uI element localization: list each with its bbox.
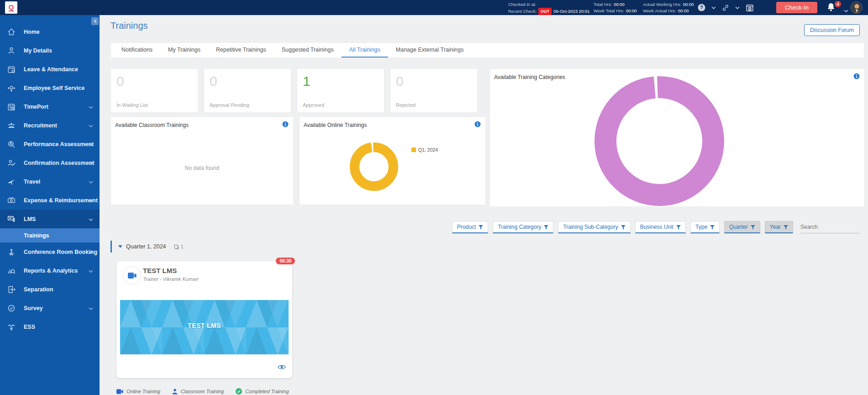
notifications-bell[interactable]: 4	[826, 2, 838, 13]
trainings-tabs: Notifications My Trainings Repetitive Tr…	[110, 42, 864, 58]
training-title: TEST LMS	[143, 267, 177, 274]
sidebar-item-conference-room-booking[interactable]: Conference Room Booking	[0, 242, 100, 261]
available-classroom-trainings-panel: Available Classroom Trainings No data fo…	[110, 116, 294, 205]
training-card[interactable]: 00:30 TEST LMS Trainer - Vikramk Kumarr	[116, 261, 292, 378]
filter-business-unit-button[interactable]: Business Unit	[635, 221, 686, 233]
week-total-hrs-value: 00:00	[626, 8, 637, 14]
sidebar-subitem-label: Trainings	[24, 232, 49, 239]
tab-all-trainings[interactable]: All Trainings	[342, 43, 388, 58]
app-logo[interactable]: Q	[5, 1, 17, 14]
discussion-forum-button[interactable]: Discussion Forum	[804, 24, 860, 36]
tab-notifications[interactable]: Notifications	[114, 43, 160, 58]
total-hrs-value: 00:00	[614, 1, 625, 8]
filter-product-button[interactable]: Product	[452, 221, 488, 233]
sidebar-item-employee-self-service[interactable]: Employee Self Service	[0, 79, 100, 97]
sidebar-item-label: Reports & Analytics	[24, 268, 78, 274]
group-title: Quarter 1, 2024	[126, 243, 166, 250]
sidebar-item-expense-reimbursement[interactable]: Expense & Reimbursement	[0, 191, 100, 210]
tab-my-trainings[interactable]: My Trainings	[160, 43, 208, 58]
profile-chevron-down-icon[interactable]	[844, 6, 848, 14]
total-hours-block: Total Hrs: 00:00 Week Total Hrs: 00:00	[594, 1, 637, 14]
sidebar-item-label: Separation	[24, 286, 53, 293]
legend-label: Completed Training	[245, 389, 289, 394]
chevron-down-icon	[89, 179, 93, 185]
sidebar-item-travel[interactable]: Travel	[0, 172, 100, 191]
group-count-value: 1	[181, 244, 184, 249]
attendance-calendar-icon[interactable]	[746, 4, 754, 12]
sidebar-item-home[interactable]: Home	[0, 22, 100, 41]
chevron-down-icon[interactable]	[735, 6, 740, 9]
check-circle-icon	[7, 304, 16, 313]
sidebar-item-survey[interactable]: Survey	[0, 299, 100, 317]
funnel-icon	[544, 225, 548, 229]
sidebar-item-reports-analytics[interactable]: Reports & Analytics	[0, 261, 100, 280]
sidebar-item-confirmation-assessment[interactable]: Confirmation Assessment	[0, 153, 100, 172]
info-icon[interactable]	[282, 121, 289, 129]
stat-value: 0	[116, 74, 192, 89]
sidebar-item-lms[interactable]: LMS	[0, 210, 100, 228]
panel-title: Available Classroom Trainings	[115, 122, 189, 128]
sidebar-item-separation[interactable]: Separation	[0, 280, 100, 299]
training-type-legend: Online Training Classroom Training Compl…	[116, 388, 289, 395]
legend-label: Online Training	[126, 389, 160, 394]
presenter-board-icon	[7, 215, 16, 224]
search-input[interactable]	[800, 224, 868, 230]
no-data-text: No data found	[111, 165, 293, 171]
filter-quarter-button[interactable]: Quarter	[724, 221, 760, 233]
stat-label: Approved	[303, 102, 324, 108]
check-in-button[interactable]: Check-In	[776, 2, 817, 13]
help-icon[interactable]: ?	[698, 4, 705, 11]
quarter-group-accordion[interactable]: Quarter 1, 2024 1	[110, 241, 184, 253]
filter-training-sub-category-button[interactable]: Training Sub-Category	[558, 221, 630, 233]
funnel-icon	[751, 225, 755, 229]
tab-repetitive-trainings[interactable]: Repetitive Trainings	[208, 43, 274, 58]
chevron-down-icon	[89, 305, 93, 311]
panel-title: Available Online Trainings	[304, 122, 367, 128]
sidebar-item-label: TimePort	[24, 104, 48, 110]
training-thumbnail[interactable]: TEST LMS	[120, 300, 289, 354]
app-logo-letter: Q	[9, 4, 14, 11]
filter-training-category-button[interactable]: Training Category	[493, 221, 553, 233]
sidebar-item-ess[interactable]: ESS	[0, 317, 100, 336]
user-avatar[interactable]	[850, 1, 863, 14]
sidebar-item-performance-assessment[interactable]: Performance Assessment	[0, 135, 100, 153]
filter-row: Product Training Category Training Sub-C…	[452, 221, 860, 233]
stat-label: In Waiting List	[116, 102, 148, 108]
chevron-down-icon	[89, 160, 93, 166]
sidebar-item-timeport[interactable]: TimePort	[0, 97, 100, 116]
funnel-icon	[479, 225, 483, 229]
tab-manage-external-trainings[interactable]: Manage External Trainings	[388, 43, 472, 58]
week-actual-hrs-value: 00:00	[678, 8, 689, 14]
chevron-down-icon	[89, 249, 93, 255]
sidebar-item-recruitment[interactable]: Recruitment	[0, 116, 100, 135]
chevron-down-icon	[89, 268, 93, 274]
sidebar-item-my-details[interactable]: My Details	[0, 41, 100, 60]
training-categories-donut-chart[interactable]	[591, 73, 728, 210]
stat-value: 0	[210, 74, 285, 89]
filter-label: Training Category	[498, 224, 541, 230]
caret-down-icon	[118, 245, 122, 248]
donut-legend-item[interactable]: Q1, 2024	[411, 147, 438, 153]
out-status-badge: OUT	[538, 8, 552, 15]
stat-card-waiting-list: 0 In Waiting List	[110, 68, 198, 113]
info-icon[interactable]	[853, 73, 860, 81]
tab-suggested-trainings[interactable]: Suggested Trainings	[274, 43, 342, 58]
sidebar-item-label: Employee Self Service	[24, 85, 84, 91]
link-icon[interactable]	[722, 4, 729, 11]
view-training-eye-icon[interactable]	[278, 363, 286, 372]
sidebar-item-label: Performance Assessment	[24, 141, 94, 147]
sidebar-item-leave-attendance[interactable]: Leave & Attendance	[0, 60, 100, 79]
chevron-down-icon	[89, 216, 93, 222]
sidebar-item-label: My Details	[24, 47, 52, 54]
filter-year-button[interactable]: Year	[765, 221, 793, 233]
page-title: Trainings	[110, 21, 148, 31]
legend-color-swatch	[411, 147, 416, 152]
actual-hours-block: Actual Working Hrs: 00:00 Week Actual Hr…	[643, 1, 694, 14]
group-count: 1	[174, 244, 184, 249]
filter-type-button[interactable]: Type	[690, 221, 720, 233]
chevron-down-icon[interactable]	[711, 6, 716, 9]
sidebar-subitem-trainings[interactable]: Trainings	[0, 228, 100, 242]
info-icon[interactable]	[474, 121, 481, 129]
legend-completed-training: Completed Training	[236, 388, 289, 395]
online-trainings-donut-chart[interactable]	[349, 142, 399, 192]
